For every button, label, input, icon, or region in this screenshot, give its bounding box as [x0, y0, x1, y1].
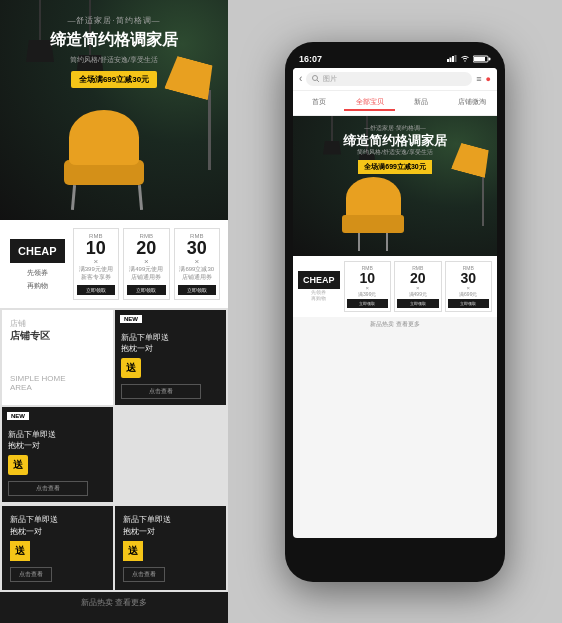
coupon-section: CHEAP 先领券 再购物 RMB 10 × 满399元使用新客专享券 立即领取…: [0, 220, 228, 308]
phone-hero-title: 缔造简约格调家居: [301, 133, 489, 149]
hero-badge: 全场满699立减30元: [71, 71, 157, 88]
store-info: 店铺 店铺专区: [10, 318, 105, 343]
phone-nav: ‹ 图片 ≡ ●: [293, 68, 497, 91]
phone-cheap-sub2: 再购物: [298, 295, 340, 301]
svg-rect-1: [450, 58, 452, 63]
wide-card-gift-1: 送: [10, 541, 30, 561]
hero-text-overlay: —舒适家居·简约格调— 缔造简约格调家居 简约风格/舒适安逸/享受生活 全场满6…: [10, 15, 218, 88]
product-card-2[interactable]: NEW 新品下单即送抱枕一对 送 点击查看: [2, 407, 113, 502]
coupon-btn-2[interactable]: 立即领取: [127, 285, 166, 295]
store-name: 店铺专区: [10, 329, 105, 343]
coupon-cross-3: ×: [178, 257, 217, 266]
left-panel: —舒适家居·简约格调— 缔造简约格调家居 简约风格/舒适安逸/享受生活 全场满6…: [0, 0, 228, 623]
tab-store-weibo[interactable]: 店铺微淘: [446, 95, 497, 111]
cheap-sub2: 再购物: [8, 281, 67, 291]
svg-line-8: [317, 80, 319, 82]
product-btn-1[interactable]: 点击查看: [121, 384, 201, 399]
coupon-btn-3[interactable]: 立即领取: [178, 285, 217, 295]
new-badge-2: NEW: [7, 412, 29, 420]
phone-hero-text: —舒适家居·简约格调— 缔造简约格调家居 简约风格/舒适安逸/享受生活 全场满6…: [301, 124, 489, 175]
coupon-item-3: RMB 30 × 满699立减30店铺通用券 立即领取: [174, 228, 221, 300]
phone-chair: [346, 177, 404, 251]
product-card-1[interactable]: NEW 新品下单即送抱枕一对 送 点击查看: [115, 310, 226, 405]
floor-lamp-pole: [208, 90, 211, 170]
new-badge-1: NEW: [120, 315, 142, 323]
cart-icon[interactable]: ●: [486, 74, 491, 84]
wide-card-1[interactable]: 新品下单即送抱枕一对 送 点击查看: [2, 506, 113, 589]
product-grid: 店铺 店铺专区 SIMPLE HOMEAREA NEW 新品下单即送抱枕一对 送…: [0, 308, 228, 505]
product-card-1-inner: NEW 新品下单即送抱枕一对 送 点击查看: [115, 310, 226, 405]
tab-home[interactable]: 首页: [293, 95, 344, 111]
phone-hero-badge: 全场满699立减30元: [358, 160, 431, 174]
coupon-desc-3: 满699立减30店铺通用券: [178, 266, 217, 282]
search-icon: [312, 75, 320, 83]
phone-coupon-desc-1: 满399元: [347, 291, 389, 297]
chair-leg-left: [70, 185, 75, 210]
phone-coupon-desc-3: 满699元: [448, 291, 490, 297]
chair-leg-right: [137, 185, 142, 210]
phone-time: 16:07: [299, 54, 322, 64]
chair-back: [69, 110, 139, 165]
phone-search-bar[interactable]: 图片: [306, 72, 472, 86]
coupon-amount-2: 20: [127, 239, 166, 257]
phone-coupon-amount-3: 30: [448, 271, 490, 285]
menu-lines-icon[interactable]: ≡: [476, 74, 481, 84]
wide-card-title-2: 新品下单即送抱枕一对: [123, 514, 218, 536]
phone-coupon-item-3[interactable]: RMB 30 × 满699元 立即领取: [445, 261, 493, 312]
phone-hero-subtitle: —舒适家居·简约格调—: [301, 124, 489, 133]
wide-card-2[interactable]: 新品下单即送抱枕一对 送 点击查看: [115, 506, 226, 589]
product-card-2-inner: NEW 新品下单即送抱枕一对 送 点击查看: [2, 407, 113, 502]
phone-coupon-btn-1[interactable]: 立即领取: [347, 299, 389, 308]
battery-icon: [473, 55, 491, 63]
phone-coupon-amount-1: 10: [347, 271, 389, 285]
chair-legs: [72, 185, 142, 210]
search-placeholder: 图片: [323, 74, 337, 84]
tab-all-products[interactable]: 全部宝贝: [344, 95, 395, 111]
phone-coupon-item-1[interactable]: RMB 10 × 满399元 立即领取: [344, 261, 392, 312]
gift-badge-2: 送: [8, 455, 28, 475]
wide-card-btn-2[interactable]: 点击查看: [123, 567, 165, 582]
phone-coupon-items: RMB 10 × 满399元 立即领取 RMB 20 × 满499元 立即领取: [344, 261, 492, 312]
hero-subtitle: —舒适家居·简约格调—: [10, 15, 218, 26]
coupon-amount-3: 30: [178, 239, 217, 257]
bottom-more: 新品热卖 查看更多: [0, 592, 228, 613]
phone-chair-back: [346, 177, 401, 219]
product-btn-2[interactable]: 点击查看: [8, 481, 88, 496]
wifi-icon: [460, 55, 470, 62]
phone-hero-desc: 简约风格/舒适安逸/享受生活: [301, 148, 489, 157]
phone-chair-leg-r: [386, 233, 388, 251]
phone-chair-seat: [342, 215, 404, 233]
phone-coupon-btn-2[interactable]: 立即领取: [397, 299, 439, 308]
phone-back-button[interactable]: ‹: [299, 73, 302, 84]
svg-rect-0: [447, 59, 449, 62]
coupon-btn-1[interactable]: 立即领取: [77, 285, 116, 295]
phone-screen: ‹ 图片 ≡ ● 首页 全部宝贝 新品 店铺微淘: [293, 68, 497, 538]
gift-badge-1: 送: [121, 358, 141, 378]
tab-new[interactable]: 新品: [395, 95, 446, 111]
coupon-desc-2: 满499元使用店铺通用券: [127, 266, 166, 282]
phone-coupon-btn-3[interactable]: 立即领取: [448, 299, 490, 308]
store-label: 店铺: [10, 318, 105, 329]
cheap-sub1: 先领券: [8, 268, 67, 278]
coupon-cross-2: ×: [127, 257, 166, 266]
svg-point-7: [313, 75, 318, 80]
cheap-badge: CHEAP: [8, 237, 67, 265]
phone-floor-pole: [482, 171, 484, 226]
coupon-item-2: RMB 20 × 满499元使用店铺通用券 立即领取: [123, 228, 170, 300]
store-area: SIMPLE HOMEAREA: [10, 374, 105, 392]
coupon-item-1: RMB 10 × 满399元使用新客专享券 立即领取: [73, 228, 120, 300]
phone-coupon-item-2[interactable]: RMB 20 × 满499元 立即领取: [394, 261, 442, 312]
coupon-items: RMB 10 × 满399元使用新客专享券 立即领取 RMB 20 × 满499…: [73, 228, 220, 300]
coupon-cross-1: ×: [77, 257, 116, 266]
svg-rect-2: [452, 56, 454, 62]
phone-status-bar: 16:07: [293, 54, 497, 64]
hero-title: 缔造简约格调家居: [10, 30, 218, 51]
svg-rect-3: [455, 55, 457, 62]
hero-desc: 简约风格/舒适安逸/享受生活: [10, 55, 218, 65]
product-title-2: 新品下单即送抱枕一对: [8, 429, 107, 451]
phone-cheap-block: CHEAP 先领券 再购物: [298, 271, 340, 301]
product-title-1: 新品下单即送抱枕一对: [121, 332, 220, 354]
wide-card-btn-1[interactable]: 点击查看: [10, 567, 52, 582]
coupon-amount-1: 10: [77, 239, 116, 257]
phone-chair-legs: [346, 233, 401, 251]
